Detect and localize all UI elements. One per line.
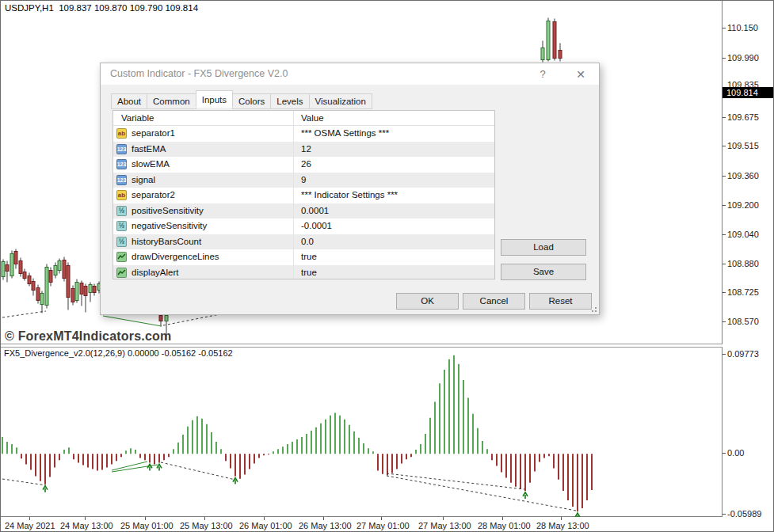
indicator-pane [1, 347, 723, 517]
tab-inputs[interactable]: Inputs [196, 90, 233, 108]
price-axis-label: 108.880 [727, 259, 759, 268]
symbol-ohlc-line: USDJPY,H1 109.837 109.870 109.790 109.81… [5, 3, 198, 13]
param-value[interactable]: 9 [294, 173, 494, 188]
integer-type-icon: 123 [116, 159, 127, 169]
param-name: negativeSensitivity [132, 218, 207, 234]
load-button[interactable]: Load [501, 239, 586, 256]
custom-indicator-dialog: Custom Indicator - FX5 Divergence V2.0 ?… [100, 63, 600, 315]
param-name: fastEMA [132, 142, 166, 158]
help-button[interactable]: ? [536, 67, 550, 82]
param-value[interactable]: *** OSMA Settings *** [294, 126, 494, 142]
string-type-icon: ab [116, 190, 127, 200]
param-name: positiveSensitivity [132, 203, 204, 219]
inputs-table: VariableValueabseparator1*** OSMA Settin… [112, 110, 495, 279]
tab-colors[interactable]: Colors [232, 93, 271, 109]
param-row-separator2[interactable]: abseparator2*** Indicator Settings *** [113, 188, 494, 203]
param-value[interactable]: true [294, 265, 494, 280]
param-value[interactable]: -0.0001 [294, 218, 494, 234]
time-axis-label: 24 May 2021 [5, 521, 55, 530]
time-axis-label: 28 May 13:00 [536, 521, 589, 530]
save-button[interactable]: Save [501, 264, 586, 280]
param-row-drawDivergenceLines[interactable]: drawDivergenceLinestrue [113, 249, 494, 265]
param-value[interactable]: *** Indicator Settings *** [294, 188, 494, 203]
param-value[interactable]: 0.0001 [294, 203, 494, 219]
price-axis-label: 109.990 [727, 53, 759, 63]
tab-about[interactable]: About [111, 93, 147, 109]
string-type-icon: ab [116, 128, 127, 139]
param-name: separator2 [132, 188, 175, 203]
param-row-slowEMA[interactable]: 123slowEMA26 [113, 157, 494, 173]
param-row-fastEMA[interactable]: 123fastEMA12 [113, 142, 494, 158]
time-axis-label: 28 May 01:00 [478, 521, 531, 530]
time-axis-label: 27 May 13:00 [418, 521, 471, 530]
param-name: separator1 [132, 126, 175, 142]
param-row-negativeSensitivity[interactable]: ½negativeSensitivity-0.0001 [113, 218, 494, 234]
time-axis-label: 25 May 01:00 [120, 521, 173, 530]
ok-button[interactable]: OK [396, 293, 459, 310]
divergence-histogram [1, 348, 723, 517]
time-axis-label: 25 May 13:00 [180, 521, 233, 530]
integer-type-icon: 123 [116, 175, 127, 185]
price-axis-label: 109.040 [727, 230, 759, 239]
param-value[interactable]: true [294, 249, 494, 265]
dialog-titlebar[interactable]: Custom Indicator - FX5 Divergence V2.0 ?… [101, 63, 599, 85]
reset-button[interactable]: Reset [529, 293, 592, 310]
indicator-axis-label: 0.09773 [727, 349, 759, 359]
dialog-tabstrip: AboutCommonInputsColorsLevelsVisualizati… [111, 90, 372, 107]
param-value[interactable]: 12 [294, 142, 494, 158]
param-row-positiveSensitivity[interactable]: ½positiveSensitivity0.0001 [113, 203, 494, 219]
param-value[interactable]: 26 [294, 157, 494, 173]
param-row-displayAlert[interactable]: displayAlerttrue [113, 265, 494, 280]
mt4-chart-window: USDJPY,H1 109.837 109.870 109.790 109.81… [0, 0, 774, 532]
double-type-icon: ½ [116, 206, 127, 216]
time-axis-label: 24 May 13:00 [60, 521, 113, 530]
tab-visualization[interactable]: Visualization [309, 93, 372, 109]
tab-common[interactable]: Common [147, 93, 196, 109]
double-type-icon: ½ [116, 237, 127, 247]
price-axis-label: 109.515 [727, 141, 759, 150]
param-row-separator1[interactable]: abseparator1*** OSMA Settings *** [113, 126, 494, 142]
param-name: drawDivergenceLines [132, 249, 219, 265]
param-row-historyBarsCount[interactable]: ½historyBarsCount0.0 [113, 234, 494, 250]
tab-levels[interactable]: Levels [270, 93, 309, 109]
boolean-type-icon [116, 268, 127, 278]
double-type-icon: ½ [116, 221, 127, 231]
cancel-button[interactable]: Cancel [463, 293, 525, 310]
time-axis-label: 26 May 13:00 [299, 521, 352, 530]
indicator-axis-label: 0.00 [727, 448, 744, 458]
price-axis-label: 110.150 [727, 23, 758, 32]
price-axis-label: 108.725 [727, 287, 759, 297]
param-value[interactable]: 0.0 [294, 234, 494, 250]
dialog-title: Custom Indicator - FX5 Divergence V2.0 [110, 68, 288, 79]
param-row-signal[interactable]: 123signal9 [113, 173, 494, 188]
price-axis-label: 109.200 [727, 200, 759, 210]
boolean-type-icon [116, 252, 127, 262]
integer-type-icon: 123 [116, 144, 127, 154]
price-axis-label: 109.360 [727, 171, 759, 180]
current-price-box: 109.814 [723, 87, 774, 98]
param-name: historyBarsCount [132, 234, 201, 250]
param-name: slowEMA [132, 157, 170, 173]
time-axis-label: 27 May 01:00 [356, 521, 410, 530]
price-axis-label: 108.570 [727, 317, 759, 326]
price-axis-label: 109.675 [727, 112, 759, 122]
watermark: © ForexMT4Indicators.com [5, 329, 171, 344]
time-axis-label: 26 May 01:00 [239, 521, 292, 530]
param-name: signal [132, 173, 155, 188]
resize-grip[interactable] [595, 310, 597, 312]
column-header-variable: Variable [113, 111, 294, 125]
param-name: displayAlert [132, 265, 178, 280]
close-icon[interactable]: ✕ [574, 67, 588, 82]
indicator-label: FX5_Divergence_v2.0(12,26,9) 0.00000 -0.… [4, 348, 233, 358]
column-header-value: Value [294, 111, 494, 125]
